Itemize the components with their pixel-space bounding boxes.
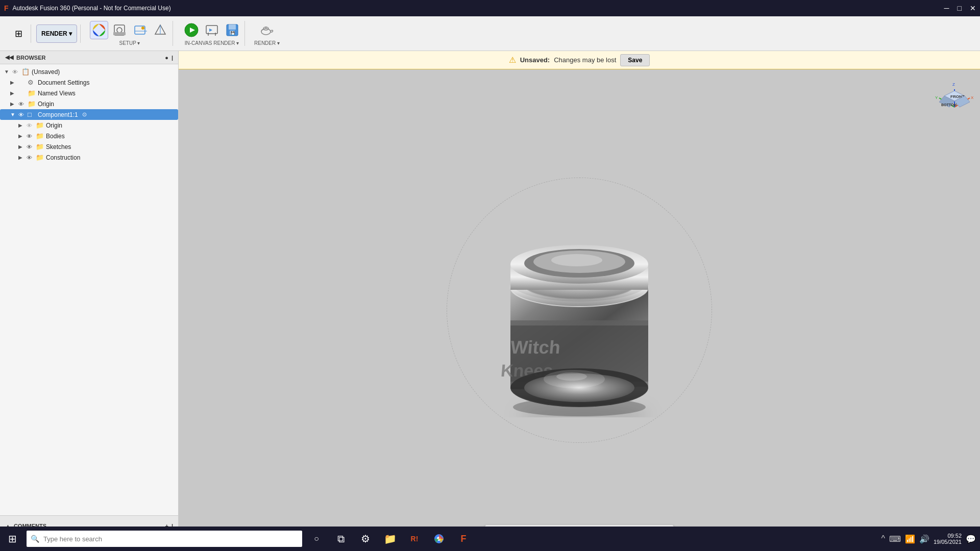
tree-component-origin[interactable]: ▶ 👁 📁 Origin bbox=[0, 120, 178, 131]
fusion-taskbar-button[interactable]: F bbox=[451, 527, 476, 551]
eye-icon[interactable]: 👁 bbox=[27, 144, 34, 150]
tree-named-views[interactable]: ▶ 📁 Named Views bbox=[0, 88, 178, 98]
toolbar-in-canvas-section: ▶ 💾 IN-CANVAS RENDER ▾ bbox=[179, 21, 245, 46]
files-taskbar-button[interactable]: 📁 bbox=[378, 527, 402, 551]
browser-pin-button[interactable]: ● bbox=[165, 55, 168, 61]
settings-taskbar-button[interactable]: ⚙ bbox=[353, 527, 378, 551]
wifi-icon: 📶 bbox=[905, 534, 915, 544]
taskbar: ⊞ 🔍 ○ ⧉ ⚙ 📁 R! F ^ ⌨ 📶 🔊 09:52 19/05/202… bbox=[0, 527, 980, 551]
app-icon: F bbox=[4, 4, 9, 12]
volume-icon: 🔊 bbox=[919, 534, 929, 544]
canvas-area[interactable]: ⚠ Unsaved: Changes may be lost Save bbox=[179, 51, 980, 551]
tree-sketches[interactable]: ▶ 👁 📁 Sketches bbox=[0, 141, 178, 152]
arrow-icon: ▶ bbox=[18, 155, 24, 160]
clock[interactable]: 09:52 19/05/2021 bbox=[934, 533, 962, 545]
svg-point-2 bbox=[117, 28, 122, 33]
environment-button[interactable] bbox=[131, 21, 149, 39]
browser-tree: ▼ 👁 📋 (Unsaved) ▶ ⚙ Document Settings ▶ … bbox=[0, 64, 178, 515]
chrome-taskbar-button[interactable] bbox=[427, 527, 451, 551]
construction-label: Construction bbox=[46, 154, 80, 161]
window-controls: ─ □ ✕ bbox=[944, 4, 976, 12]
apps-button[interactable]: ⊞ bbox=[9, 24, 28, 43]
in-canvas-render-label: IN-CANVAS RENDER ▾ bbox=[185, 40, 239, 46]
tree-bodies[interactable]: ▶ 👁 📁 Bodies bbox=[0, 131, 178, 141]
document-settings-label: Document Settings bbox=[38, 79, 89, 86]
folder-icon: □ bbox=[28, 111, 36, 118]
render-teapot-button[interactable] bbox=[258, 21, 276, 39]
cortana-button[interactable]: ○ bbox=[304, 527, 329, 551]
eye-icon[interactable]: 👁 bbox=[12, 69, 19, 75]
component-target-icon: ⊙ bbox=[82, 111, 87, 118]
arrow-icon: ▶ bbox=[18, 133, 24, 139]
folder-icon: 📁 bbox=[36, 121, 44, 129]
model-view: Witch Knees bbox=[179, 69, 980, 551]
eye-icon[interactable]: 👁 bbox=[27, 122, 34, 129]
folder-icon: 📁 bbox=[36, 143, 44, 151]
folder-icon: 📁 bbox=[36, 132, 44, 140]
tree-root-label: (Unsaved) bbox=[32, 68, 60, 76]
svg-text:BOTTOM: BOTTOM bbox=[941, 103, 957, 107]
save-render-button[interactable]: 💾 bbox=[223, 21, 241, 39]
eye-icon[interactable]: 👁 bbox=[18, 112, 26, 118]
notification-bell-icon[interactable]: 💬 bbox=[966, 534, 976, 544]
maximize-button[interactable]: □ bbox=[958, 4, 962, 12]
unsaved-bar: ⚠ Unsaved: Changes may be lost Save bbox=[179, 51, 980, 69]
folder-icon: 📁 bbox=[28, 100, 36, 108]
tree-root[interactable]: ▼ 👁 📋 (Unsaved) bbox=[0, 66, 178, 77]
tree-component1[interactable]: ▼ 👁 □ Component1:1 ⊙ bbox=[0, 109, 178, 120]
browser-title: BROWSER bbox=[16, 55, 45, 61]
task-view-button[interactable]: ⧉ bbox=[329, 527, 353, 551]
search-bar[interactable]: 🔍 bbox=[27, 531, 302, 547]
eye-icon[interactable]: 👁 bbox=[27, 133, 34, 139]
minimize-button[interactable]: ─ bbox=[944, 4, 949, 12]
title-bar: F Autodesk Fusion 360 (Personal - Not fo… bbox=[0, 0, 980, 16]
tree-origin-root[interactable]: ▶ 👁 📁 Origin bbox=[0, 98, 178, 109]
chevron-up-icon[interactable]: ^ bbox=[881, 534, 885, 543]
named-views-label: Named Views bbox=[38, 90, 76, 97]
toolbar: ⊞ RENDER ▾ bbox=[0, 16, 980, 51]
view-cube[interactable]: X Y Z FRONT BOTTOM bbox=[934, 77, 975, 117]
folder-icon: 📋 bbox=[21, 68, 30, 76]
browser-controls: ● | bbox=[165, 55, 173, 61]
play-render-button[interactable] bbox=[182, 21, 201, 39]
taskbar-right: ^ ⌨ 📶 🔊 09:52 19/05/2021 💬 bbox=[881, 533, 980, 545]
toolbar-render-section: RENDER ▾ bbox=[251, 21, 283, 46]
folder-icon: 📁 bbox=[36, 154, 44, 161]
component-origin-label: Origin bbox=[46, 122, 62, 129]
arrow-icon: ▼ bbox=[4, 69, 10, 74]
browser-header: ◀◀ BROWSER ● | bbox=[0, 51, 178, 64]
clock-date: 19/05/2021 bbox=[934, 539, 962, 545]
render-mode-button[interactable]: RENDER ▾ bbox=[36, 24, 77, 43]
appearance-button[interactable] bbox=[90, 21, 108, 39]
cloud-render-button[interactable]: ▶ bbox=[203, 21, 221, 39]
eye-icon[interactable]: 👁 bbox=[27, 155, 34, 161]
notification-area: ^ ⌨ 📶 🔊 bbox=[881, 534, 929, 544]
arrow-icon: ▶ bbox=[18, 144, 24, 149]
app-title: Autodesk Fusion 360 (Personal - Not for … bbox=[13, 5, 171, 12]
eye-icon[interactable]: 👁 bbox=[18, 101, 26, 107]
winrar-taskbar-button[interactable]: R! bbox=[402, 527, 427, 551]
folder-icon: 📁 bbox=[28, 89, 36, 97]
arrow-icon: ▶ bbox=[10, 101, 16, 107]
origin-label: Origin bbox=[38, 101, 54, 108]
browser-collapse-button[interactable]: | bbox=[172, 55, 173, 61]
svg-text:Z: Z bbox=[952, 82, 955, 87]
start-button[interactable]: ⊞ bbox=[0, 527, 24, 551]
close-button[interactable]: ✕ bbox=[970, 4, 976, 12]
svg-text:💾: 💾 bbox=[231, 31, 235, 35]
arrow-icon: ▼ bbox=[10, 112, 16, 117]
save-button[interactable]: Save bbox=[620, 54, 650, 66]
toolbar-apps-section: ⊞ bbox=[6, 24, 31, 43]
svg-text:Y: Y bbox=[935, 95, 938, 100]
setup-label: SETUP ▾ bbox=[119, 40, 140, 46]
decal-button[interactable] bbox=[151, 21, 169, 39]
arrow-icon: ▶ bbox=[18, 122, 24, 128]
main-area: ◀◀ BROWSER ● | ▼ 👁 📋 (Unsaved) ▶ ⚙ D bbox=[0, 51, 980, 551]
tree-document-settings[interactable]: ▶ ⚙ Document Settings bbox=[0, 77, 178, 88]
collapse-icon[interactable]: ◀◀ bbox=[5, 54, 13, 61]
tree-construction[interactable]: ▶ 👁 📁 Construction bbox=[0, 152, 178, 163]
arrow-icon: ▶ bbox=[10, 90, 16, 96]
scene-settings-button[interactable] bbox=[110, 21, 129, 39]
search-input[interactable] bbox=[43, 535, 298, 543]
svg-rect-3 bbox=[113, 32, 126, 35]
